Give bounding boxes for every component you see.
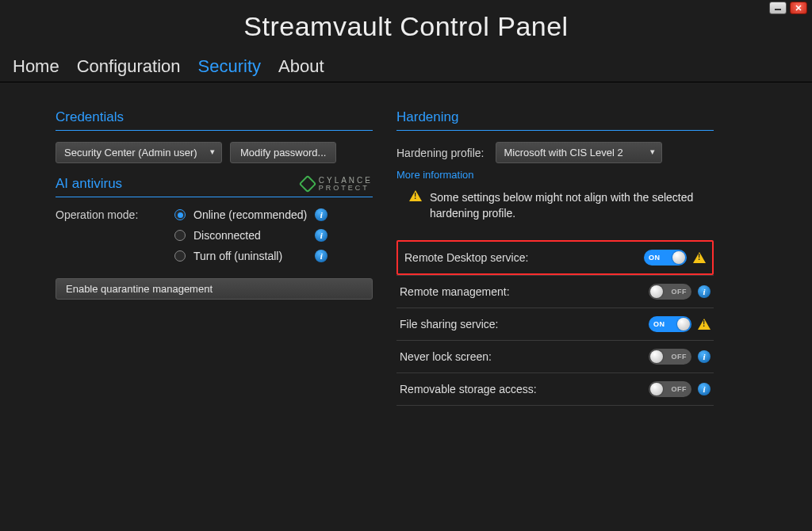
toggle-knob	[677, 318, 690, 330]
toggle-remote-management[interactable]: OFF	[649, 284, 691, 300]
info-icon[interactable]: i	[698, 350, 710, 363]
setting-file-sharing: File sharing service: ON	[396, 308, 714, 340]
hardening-column: Hardening Hardening profile: Microsoft w…	[396, 106, 714, 406]
toggle-off-text: OFF	[672, 288, 688, 296]
antivirus-heading-label: AI antivirus	[56, 176, 122, 192]
setting-removable-storage: Removable storage access: OFF i	[396, 372, 714, 405]
nav-security[interactable]: Security	[198, 56, 261, 77]
hardening-profile-label: Hardening profile:	[396, 147, 485, 159]
toggle-off-text: OFF	[672, 385, 688, 393]
radio-disconnected[interactable]: Disconnected i	[174, 229, 327, 242]
window-controls	[769, 2, 807, 14]
radio-turn-off-input[interactable]	[174, 250, 186, 262]
radio-turn-off-label: Turn off (uninstall)	[193, 250, 307, 262]
antivirus-heading: AI antivirus CYLANCE PROTECT	[56, 173, 373, 197]
setting-never-lock: Never lock screen: OFF i	[396, 340, 714, 372]
operation-mode-group: Online (recommended) i Disconnected i Tu…	[174, 208, 327, 262]
toggle-knob	[650, 350, 663, 363]
toggle-remote-desktop[interactable]: ON	[644, 250, 687, 266]
setting-remote-management: Remote management: OFF i	[396, 275, 714, 308]
nav-about[interactable]: About	[278, 56, 324, 77]
toggle-knob	[650, 383, 663, 395]
remote-desktop-highlight: Remote Desktop service: ON	[396, 240, 714, 275]
info-icon[interactable]: i	[315, 250, 327, 262]
minimize-button[interactable]	[769, 2, 787, 14]
more-information-link[interactable]: More information	[396, 169, 474, 181]
setting-file-sharing-label: File sharing service:	[400, 318, 499, 330]
info-icon[interactable]: i	[698, 285, 710, 298]
credentials-heading: Credentials	[56, 106, 373, 131]
hardening-heading: Hardening	[396, 106, 714, 131]
toggle-on-text: ON	[653, 320, 665, 328]
hardening-profile-warning-text: Some settings below might not align with…	[430, 190, 714, 221]
enable-quarantine-button[interactable]: Enable quarantine management	[56, 278, 373, 300]
hardening-settings-list: Remote management: OFF i File sharing se…	[396, 275, 714, 406]
app-title: Streamvault Control Panel	[0, 0, 812, 56]
credentials-heading-label: Credentials	[56, 109, 124, 125]
info-icon[interactable]: i	[315, 229, 327, 242]
cylance-line2: PROTECT	[319, 185, 373, 192]
cylance-line1: CYLANCE	[319, 177, 373, 185]
radio-online-input[interactable]	[174, 209, 186, 220]
radio-online-label: Online (recommended)	[193, 208, 307, 221]
toggle-knob	[650, 285, 663, 298]
warning-icon	[698, 319, 710, 330]
radio-online[interactable]: Online (recommended) i	[174, 208, 327, 221]
cylance-icon	[298, 175, 316, 193]
info-icon[interactable]: i	[698, 383, 710, 395]
modify-password-button[interactable]: Modify password...	[230, 142, 336, 163]
toggle-knob	[672, 251, 685, 264]
radio-disconnected-label: Disconnected	[193, 229, 307, 242]
toggle-removable-storage[interactable]: OFF	[649, 381, 691, 397]
operation-mode-label: Operation mode:	[56, 208, 167, 221]
toggle-never-lock[interactable]: OFF	[649, 349, 691, 365]
nav-configuration[interactable]: Configuration	[77, 56, 181, 77]
setting-remote-desktop: Remote Desktop service: ON	[401, 245, 709, 270]
setting-remote-desktop-label: Remote Desktop service:	[404, 251, 528, 264]
info-icon[interactable]: i	[315, 208, 327, 221]
setting-never-lock-label: Never lock screen:	[400, 350, 492, 363]
cylance-brand: CYLANCE PROTECT	[301, 177, 373, 192]
hardening-profile-warning: Some settings below might not align with…	[409, 190, 714, 221]
svg-rect-0	[775, 9, 781, 10]
admin-user-select[interactable]: Security Center (Admin user)	[56, 142, 222, 163]
toggle-file-sharing[interactable]: ON	[649, 316, 691, 332]
radio-disconnected-input[interactable]	[174, 230, 186, 241]
credentials-column: Credentials Security Center (Admin user)…	[56, 106, 373, 406]
toggle-off-text: OFF	[672, 353, 688, 361]
main-nav: Home Configuration Security About	[0, 56, 812, 82]
radio-turn-off[interactable]: Turn off (uninstall) i	[174, 250, 327, 262]
hardening-heading-label: Hardening	[396, 109, 458, 125]
setting-removable-storage-label: Removable storage access:	[400, 383, 537, 395]
setting-remote-management-label: Remote management:	[400, 285, 510, 298]
hardening-profile-select[interactable]: Microsoft with CIS Level 2	[496, 142, 662, 163]
close-button[interactable]	[790, 2, 807, 14]
warning-icon	[409, 190, 422, 201]
nav-home[interactable]: Home	[13, 56, 59, 77]
toggle-on-text: ON	[649, 254, 661, 262]
warning-icon	[693, 252, 706, 263]
